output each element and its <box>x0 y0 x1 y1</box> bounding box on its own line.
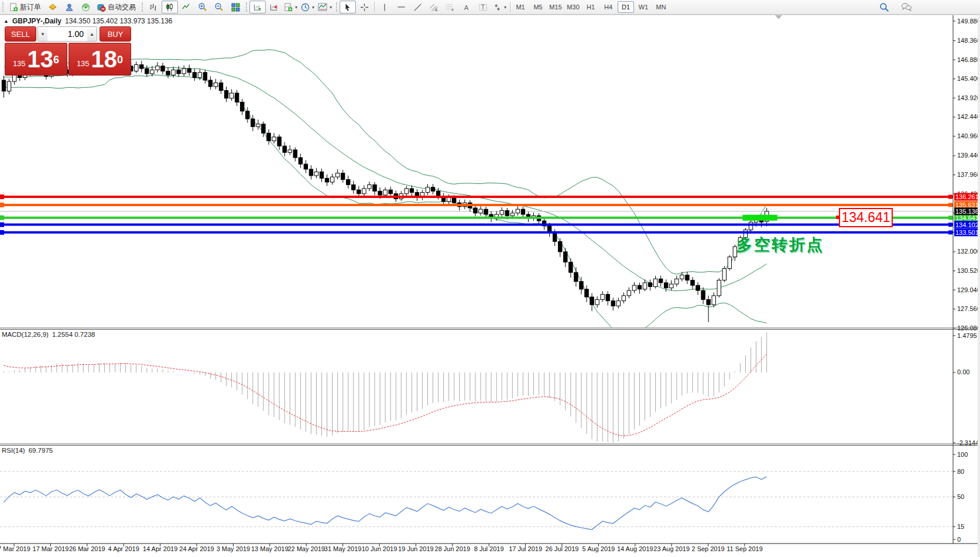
cursor-icon <box>344 3 352 12</box>
timeframe-m1[interactable]: M1 <box>512 1 529 13</box>
svg-text:2 Sep 2019: 2 Sep 2019 <box>691 545 724 552</box>
fibonacci-button[interactable]: F <box>442 1 458 13</box>
timeframe-group: M1 M5 M15 M30 H1 H4 D1 W1 MN <box>512 1 669 13</box>
svg-text:F: F <box>452 8 454 12</box>
svg-text:80: 80 <box>957 468 964 475</box>
volume-spinner: ▼ ▲ <box>37 26 97 42</box>
candlestick-chart-icon <box>166 3 174 12</box>
toolbar-right-group <box>876 1 914 13</box>
arrows-button[interactable]: ▾ <box>491 1 508 13</box>
navigator-icon <box>65 3 74 12</box>
svg-text:8 Jul 2019: 8 Jul 2019 <box>474 545 504 552</box>
timeframe-mn[interactable]: MN <box>653 1 669 13</box>
chat-button[interactable] <box>898 1 914 13</box>
svg-text:14 Apr 2019: 14 Apr 2019 <box>143 545 177 552</box>
one-click-trading-panel: SELL ▼ ▲ BUY 135 13 6 135 18 0 <box>5 26 131 76</box>
signals-icon <box>81 3 90 12</box>
search-button[interactable] <box>876 1 892 13</box>
toolbar-grip <box>142 2 143 12</box>
templates-button[interactable]: ▾ <box>316 1 334 13</box>
arrows-caret: ▾ <box>504 5 506 10</box>
volume-increase-button[interactable]: ▲ <box>87 27 97 41</box>
timeframe-m15[interactable]: M15 <box>547 1 564 13</box>
highlight-segment[interactable] <box>743 215 777 221</box>
sell-button[interactable]: SELL <box>5 26 36 42</box>
timeframe-d1[interactable]: D1 <box>618 1 634 13</box>
candlestick-chart-button[interactable] <box>162 1 178 13</box>
tile-windows-button[interactable] <box>227 1 244 13</box>
svg-text:26 Mar 2019: 26 Mar 2019 <box>69 545 105 552</box>
volume-input[interactable] <box>47 27 87 41</box>
chart-title: ▲ GBPJPY-,Daily 134.350 135.402 133.973 … <box>4 17 172 25</box>
equidistant-channel-icon: E <box>429 3 438 12</box>
auto-trading-label: 自动交易 <box>108 2 136 12</box>
svg-text:142.440: 142.440 <box>957 113 980 120</box>
chart-canvas: 149.880148.360146.880145.400143.920142.4… <box>0 0 980 557</box>
zoom-in-button[interactable] <box>194 1 211 13</box>
fibonacci-icon: F <box>446 3 455 12</box>
line-chart-icon <box>182 3 191 12</box>
indicators-button[interactable]: ▾ <box>282 1 299 13</box>
new-order-icon <box>9 3 18 12</box>
trendline-icon <box>413 3 422 12</box>
timeframe-m30[interactable]: M30 <box>565 1 581 13</box>
cursor-button[interactable] <box>340 1 356 13</box>
turning-point-annotation[interactable]: 多空转折点 <box>736 234 824 255</box>
navigator-button[interactable] <box>61 1 77 13</box>
svg-text:19 Jun 2019: 19 Jun 2019 <box>398 545 434 552</box>
svg-text:24 Apr 2019: 24 Apr 2019 <box>179 545 214 552</box>
svg-text:145.400: 145.400 <box>957 75 980 82</box>
text-button[interactable]: A <box>458 1 475 13</box>
svg-text:31 May 2019: 31 May 2019 <box>324 545 362 552</box>
zoom-out-button[interactable] <box>211 1 227 13</box>
bar-chart-button[interactable] <box>145 1 162 13</box>
vertical-line-button[interactable] <box>376 1 393 13</box>
new-order-button[interactable]: 新订单 <box>6 1 44 13</box>
sell-price-prefix: 135 <box>13 59 26 68</box>
trendline-button[interactable] <box>409 1 426 13</box>
buy-price-button[interactable]: 135 18 0 <box>68 43 131 76</box>
timeframe-m5[interactable]: M5 <box>530 1 546 13</box>
sell-price-big: 13 <box>28 47 54 71</box>
horizontal-line-button[interactable] <box>393 1 409 13</box>
toolbar-grip <box>2 2 4 12</box>
volume-decrease-button[interactable]: ▼ <box>38 27 47 41</box>
svg-text:E: E <box>436 8 438 12</box>
zoom-out-icon <box>214 2 224 12</box>
svg-text:137.960: 137.960 <box>957 171 980 178</box>
templates-icon <box>318 3 327 11</box>
periods-caret: ▾ <box>312 5 314 10</box>
price-callout-label[interactable]: 134.641 <box>839 208 893 227</box>
chart-shift-icon <box>269 3 279 12</box>
crosshair-button[interactable] <box>356 1 372 13</box>
periods-button[interactable]: ▾ <box>299 1 316 13</box>
horizontal-line-objects[interactable] <box>0 194 953 235</box>
buy-price-sup: 0 <box>117 54 123 66</box>
svg-text:A: A <box>464 4 469 11</box>
chart-shift-button[interactable] <box>266 1 282 13</box>
crosshair-icon <box>360 3 369 12</box>
svg-text:7 Mar 2019: 7 Mar 2019 <box>0 545 30 552</box>
line-chart-button[interactable] <box>178 1 194 13</box>
indicators-caret: ▾ <box>295 5 297 10</box>
market-watch-button[interactable] <box>44 1 61 13</box>
svg-text:100: 100 <box>957 451 968 458</box>
buy-button[interactable]: BUY <box>100 26 131 42</box>
svg-text:50: 50 <box>957 493 964 500</box>
timeframe-w1[interactable]: W1 <box>635 1 652 13</box>
timeframe-h1[interactable]: H1 <box>582 1 599 13</box>
time-axis[interactable]: 7 Mar 201917 Mar 201926 Mar 20194 Apr 20… <box>0 544 763 552</box>
rsi-pane: 1008050150 <box>0 451 968 543</box>
timeframe-h4[interactable]: H4 <box>600 1 616 13</box>
auto-scroll-button[interactable] <box>249 1 266 13</box>
svg-text:14 Aug 2019: 14 Aug 2019 <box>617 545 653 552</box>
text-label-button[interactable]: T <box>475 1 491 13</box>
equidistant-channel-button[interactable]: E <box>426 1 442 13</box>
sell-price-button[interactable]: 135 13 6 <box>5 43 67 76</box>
indicators-icon <box>284 3 293 12</box>
svg-text:129.040: 129.040 <box>957 286 980 293</box>
price-axis[interactable]: 149.880148.360146.880145.400143.920142.4… <box>953 18 980 332</box>
clock-icon <box>301 3 310 12</box>
auto-trading-button[interactable]: 自动交易 <box>94 1 139 13</box>
signals-button[interactable] <box>77 1 94 13</box>
